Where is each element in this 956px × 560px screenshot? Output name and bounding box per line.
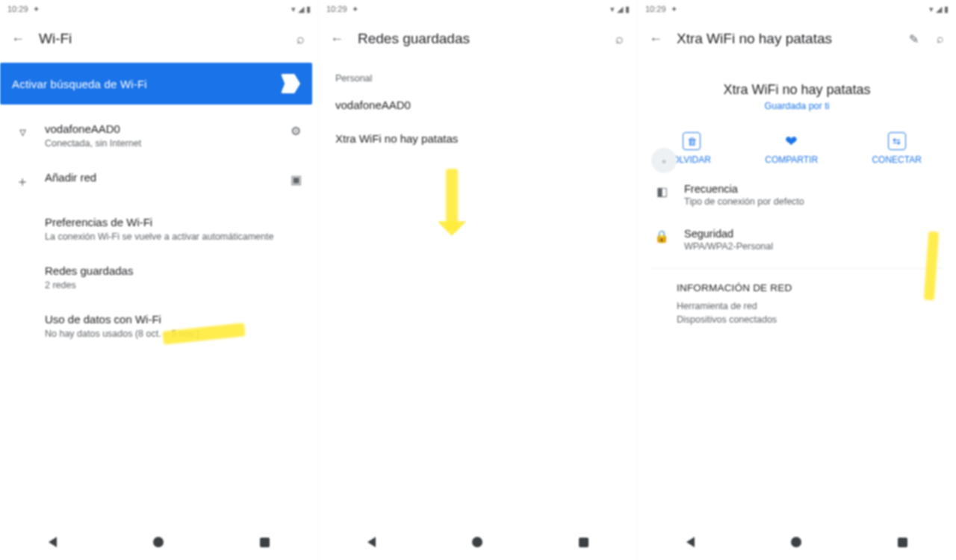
frequency-key: Frecuencia (684, 183, 804, 195)
time-label: 10:29 (326, 4, 347, 13)
settings-gear-icon[interactable]: ⚙ (285, 122, 306, 138)
saved-network-item[interactable]: Xtra WiFi no hay patatas (319, 122, 637, 155)
signal-icons: ▾ ◢ ▮ (929, 4, 949, 14)
prefs-sub: La conexión Wi-Fi se vuelve a activar au… (45, 231, 306, 243)
status-bar: 10:29✦ ▾ ◢ ▮ (638, 0, 956, 18)
nav-recent-icon[interactable] (898, 538, 907, 547)
nav-recent-icon[interactable] (579, 538, 589, 547)
tag-icon (281, 74, 300, 93)
nav-home-icon[interactable] (791, 537, 801, 547)
wifi-prefs-row[interactable]: Preferencias de Wi-Fi La conexión Wi-Fi … (0, 205, 318, 254)
page-title: Redes guardadas (358, 31, 598, 47)
share-icon: ❤ (783, 132, 801, 150)
banner-text: Activar búsqueda de Wi-Fi (12, 78, 270, 90)
network-status: Conectada, sin Internet (45, 137, 272, 150)
saved-networks-row[interactable]: Redes guardadas 2 redes (0, 254, 318, 302)
highlight-arrow-head (437, 221, 467, 236)
forget-button[interactable]: 🗑 OLVIDAR (672, 132, 711, 165)
highlight-arrow-icon (446, 169, 458, 230)
app-bar: ← Wi-Fi ⌕ (0, 18, 318, 60)
saved-by-label[interactable]: Guardada por ti (653, 101, 941, 111)
page-title: Wi-Fi (39, 31, 279, 47)
time-label: 10:29 (645, 4, 666, 13)
plus-icon: ＋ (13, 171, 31, 190)
back-icon[interactable]: ← (7, 28, 28, 49)
section-label: Personal (319, 60, 637, 88)
edit-icon[interactable]: ✎ (905, 31, 922, 47)
connect-icon: ⇆ (888, 132, 906, 150)
action-row: 🗑 OLVIDAR ❤ COMPARTIR ⇆ CONECTAR (638, 119, 956, 172)
saved-title: Redes guardadas (45, 264, 306, 277)
notif-icon: ✦ (33, 4, 40, 14)
netinfo-header: INFORMACIÓN DE RED (677, 282, 917, 293)
search-icon[interactable]: ⌕ (932, 31, 949, 47)
nav-back-icon[interactable] (367, 537, 376, 547)
network-header: Xtra WiFi no hay patatas Guardada por ti (638, 60, 956, 119)
security-row[interactable]: 🔒 Seguridad WPA/WPA2-Personal (638, 217, 956, 262)
app-bar: ← Redes guardadas ⌕ (319, 18, 637, 60)
forget-label: OLVIDAR (672, 155, 711, 165)
nav-recent-icon[interactable] (260, 538, 270, 547)
frequency-icon: ◧ (653, 183, 671, 199)
divider (651, 268, 943, 269)
share-label: COMPARTIR (765, 155, 818, 165)
signal-strength-icon: ◦ (651, 148, 677, 173)
screen-network-detail: 10:29✦ ▾ ◢ ▮ ← Xtra WiFi no hay patatas … (638, 0, 956, 560)
security-key: Seguridad (684, 228, 773, 240)
wifi-network-row[interactable]: ▿ vodafoneAAD0 Conectada, sin Internet ⚙ (0, 112, 318, 161)
usage-title: Uso de datos con Wi-Fi (45, 313, 306, 326)
signal-icons: ▾ ◢ ▮ (291, 4, 311, 14)
signal-icons: ▾ ◢ ▮ (610, 4, 630, 14)
frequency-row[interactable]: ◧ Frecuencia Tipo de conexión por defect… (638, 172, 956, 217)
data-usage-row[interactable]: Uso de datos con Wi-Fi No hay datos usad… (0, 302, 318, 351)
prefs-title: Preferencias de Wi-Fi (45, 216, 306, 228)
network-ssid: vodafoneAAD0 (45, 122, 272, 135)
nav-bar (319, 524, 637, 560)
nav-bar (0, 524, 318, 560)
search-icon[interactable]: ⌕ (609, 28, 630, 49)
connect-label: CONECTAR (872, 155, 921, 165)
network-info-section: INFORMACIÓN DE RED Herramienta de red Di… (638, 275, 956, 331)
netinfo-item[interactable]: Herramienta de red (677, 301, 917, 311)
trash-icon: 🗑 (683, 132, 701, 150)
nav-back-icon[interactable] (686, 537, 695, 547)
add-network-label: Añadir red (45, 171, 272, 184)
search-icon[interactable]: ⌕ (290, 28, 311, 49)
frequency-value: Tipo de conexión por defecto (684, 196, 804, 207)
back-icon[interactable]: ← (326, 28, 347, 49)
notif-icon: ✦ (352, 4, 358, 14)
screen-saved-networks: 10:29✦ ▾ ◢ ▮ ← Redes guardadas ⌕ Persona… (319, 0, 638, 560)
netinfo-item[interactable]: Dispositivos conectados (677, 314, 917, 325)
saved-sub: 2 redes (45, 279, 306, 292)
qr-scan-icon[interactable]: ▣ (285, 171, 306, 187)
notif-icon: ✦ (671, 4, 677, 14)
nav-back-icon[interactable] (49, 537, 57, 547)
connect-button[interactable]: ⇆ CONECTAR (872, 132, 921, 165)
add-network-row[interactable]: ＋ Añadir red ▣ (0, 161, 318, 201)
saved-network-item[interactable]: vodafoneAAD0 (319, 88, 637, 122)
screen-wifi-list: 10:29✦ ▾ ◢ ▮ ← Wi-Fi ⌕ Activar búsqueda … (0, 0, 319, 560)
lock-icon: 🔒 (653, 228, 671, 243)
network-name: Xtra WiFi no hay patatas (653, 82, 941, 98)
wifi-scan-banner[interactable]: Activar búsqueda de Wi-Fi (0, 63, 312, 105)
app-bar: ← Xtra WiFi no hay patatas ✎ ⌕ (638, 18, 956, 60)
status-bar: 10:29✦ ▾ ◢ ▮ (0, 0, 318, 18)
status-bar: 10:29✦ ▾ ◢ ▮ (319, 0, 637, 18)
security-value: WPA/WPA2-Personal (684, 241, 773, 252)
wifi-full-icon: ▿ (13, 122, 31, 140)
page-title: Xtra WiFi no hay patatas (677, 31, 895, 47)
nav-bar (638, 524, 956, 560)
nav-home-icon[interactable] (472, 537, 482, 547)
nav-home-icon[interactable] (153, 537, 164, 547)
usage-sub: No hay datos usados (8 oct. – 5 nov.) (45, 328, 306, 340)
share-button[interactable]: ❤ COMPARTIR (765, 132, 818, 165)
time-label: 10:29 (7, 4, 28, 13)
back-icon[interactable]: ← (645, 28, 666, 49)
